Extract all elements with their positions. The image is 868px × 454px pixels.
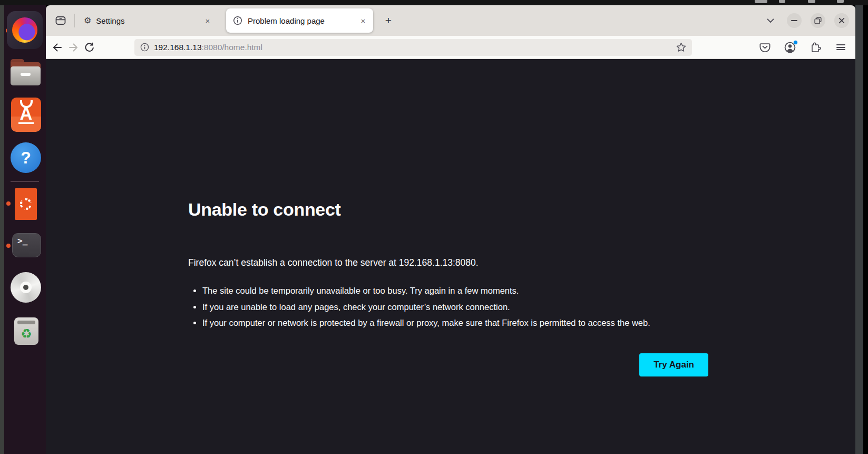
- list-item: If your computer or network is protected…: [202, 317, 693, 330]
- ubuntu-dock: A ? >_ ♻: [4, 5, 46, 454]
- error-page: Unable to connect Firefox can’t establis…: [188, 199, 708, 376]
- url-host: 192.168.1.13: [154, 43, 202, 52]
- tab-close-button[interactable]: ×: [357, 15, 369, 26]
- disc-icon: [20, 282, 32, 293]
- dock-item-firefox[interactable]: [7, 11, 43, 49]
- trash-lid: [17, 321, 35, 324]
- minimize-icon: [791, 20, 797, 21]
- firefox-icon: [12, 17, 37, 43]
- tab-close-button[interactable]: ×: [202, 15, 213, 26]
- dock-item-files[interactable]: [11, 59, 41, 85]
- tab-problem-loading-page[interactable]: Problem loading page ×: [226, 8, 373, 33]
- running-indicator-terminal: [6, 244, 11, 248]
- tab-divider: [74, 14, 75, 27]
- folder-icon: [11, 66, 41, 85]
- pocket-icon: [759, 41, 771, 53]
- firefox-view-button[interactable]: [53, 13, 69, 28]
- list-item: The site could be temporarily unavailabl…: [202, 285, 693, 297]
- chevron-down-icon: [765, 15, 776, 26]
- account-button[interactable]: [784, 41, 796, 54]
- dock-item-app-center[interactable]: A: [11, 98, 41, 132]
- dock-item-trash[interactable]: ♻: [14, 317, 38, 345]
- try-again-button[interactable]: Try Again: [639, 353, 708, 376]
- screen: A ? >_ ♻: [0, 0, 868, 454]
- bookmark-star-button[interactable]: [674, 41, 688, 54]
- dock-item-help[interactable]: ?: [11, 142, 41, 173]
- panel-indicator-sliver: [755, 0, 767, 3]
- tab-bar: ⚙ Settings × Problem loading page × +: [46, 5, 855, 36]
- ubuntu-logo-icon: [17, 196, 34, 212]
- question-mark-icon: ?: [21, 148, 31, 168]
- restore-button[interactable]: [811, 13, 825, 28]
- navigation-toolbar: 192.168.1.13:8080/home.html: [46, 36, 855, 59]
- desktop-edge-left: [0, 5, 4, 454]
- minimize-button[interactable]: [787, 13, 802, 28]
- dock-item-ubuntu[interactable]: [15, 188, 37, 220]
- dock-item-terminal[interactable]: >_: [12, 233, 41, 257]
- page-title: Unable to connect: [188, 199, 708, 220]
- panel-indicator-sliver: [837, 0, 844, 3]
- terminal-prompt-icon: >_: [17, 236, 27, 246]
- notification-dot: [793, 40, 798, 45]
- firefox-view-icon: [55, 15, 66, 26]
- recycle-icon: ♻: [21, 327, 32, 340]
- list-item: If you are unable to load any pages, che…: [202, 301, 693, 314]
- url-bar[interactable]: 192.168.1.13:8080/home.html: [134, 39, 692, 56]
- tab-label: Problem loading page: [248, 16, 357, 25]
- puzzle-icon: [810, 41, 822, 53]
- hamburger-icon: [836, 43, 845, 52]
- running-indicator-ubuntu: [6, 201, 11, 206]
- toolbar-right-group: [758, 41, 847, 54]
- panel-indicator-sliver: [808, 0, 815, 3]
- dock-divider: [11, 181, 39, 182]
- gear-icon: ⚙: [84, 16, 91, 25]
- close-window-button[interactable]: [834, 13, 849, 28]
- pocket-button[interactable]: [758, 41, 771, 54]
- app-center-letter: A: [18, 105, 34, 124]
- close-icon: [837, 16, 846, 25]
- error-suggestions-list: The site could be temporarily unavailabl…: [188, 285, 708, 330]
- dock-item-disc[interactable]: [11, 272, 41, 303]
- restore-icon: [813, 16, 823, 25]
- reload-icon: [83, 42, 95, 53]
- forward-arrow-icon: [67, 42, 79, 53]
- list-all-tabs-button[interactable]: [763, 13, 778, 28]
- back-arrow-icon: [52, 42, 63, 53]
- info-icon: [232, 15, 243, 26]
- error-description: Firefox can’t establish a connection to …: [188, 257, 708, 269]
- tab-settings[interactable]: ⚙ Settings ×: [81, 8, 218, 33]
- menu-button[interactable]: [834, 41, 847, 54]
- top-panel: [0, 0, 868, 5]
- reload-button[interactable]: [82, 40, 96, 55]
- folder-icon: [21, 73, 31, 76]
- disc-hole: [23, 285, 28, 290]
- url-path: :8080/home.html: [202, 43, 262, 52]
- info-icon: [140, 42, 150, 52]
- desktop-edge-right: [855, 5, 863, 454]
- back-button[interactable]: [50, 40, 65, 55]
- tab-label: Settings: [96, 16, 202, 25]
- star-icon: [676, 42, 687, 53]
- url-text: 192.168.1.13:8080/home.html: [154, 43, 262, 52]
- firefox-window: ⚙ Settings × Problem loading page × +: [46, 5, 855, 454]
- page-content: Unable to connect Firefox can’t establis…: [46, 60, 855, 454]
- panel-indicator-sliver: [779, 0, 785, 3]
- new-tab-button[interactable]: +: [381, 13, 396, 28]
- button-row: Try Again: [188, 353, 708, 376]
- extensions-button[interactable]: [809, 41, 822, 54]
- forward-button[interactable]: [66, 40, 81, 55]
